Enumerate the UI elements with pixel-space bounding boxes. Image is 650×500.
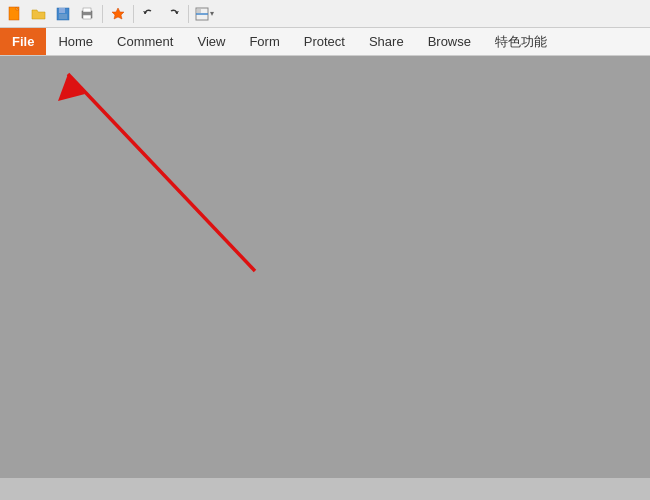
menu-item-protect[interactable]: Protect <box>292 28 357 55</box>
svg-line-12 <box>68 74 255 271</box>
svg-rect-7 <box>83 15 91 19</box>
save-icon[interactable] <box>52 3 74 25</box>
toolbar: ▾ <box>0 0 650 28</box>
menu-item-browse[interactable]: Browse <box>416 28 483 55</box>
menu-item-form[interactable]: Form <box>237 28 291 55</box>
menu-item-special[interactable]: 特色功能 <box>483 28 559 55</box>
scan-dropdown[interactable]: ▾ <box>193 3 215 25</box>
svg-marker-8 <box>112 8 124 19</box>
svg-rect-3 <box>59 8 65 13</box>
svg-rect-4 <box>59 14 67 19</box>
star-icon[interactable] <box>107 3 129 25</box>
redo-icon[interactable] <box>162 3 184 25</box>
annotation-arrow <box>0 56 650 478</box>
main-content <box>0 56 650 478</box>
menu-item-comment[interactable]: Comment <box>105 28 185 55</box>
separator-2 <box>133 5 134 23</box>
menu-item-file[interactable]: File <box>0 28 46 55</box>
print-icon[interactable] <box>76 3 98 25</box>
separator-1 <box>102 5 103 23</box>
separator-3 <box>188 5 189 23</box>
menu-item-view[interactable]: View <box>185 28 237 55</box>
undo-icon[interactable] <box>138 3 160 25</box>
svg-rect-6 <box>83 8 91 12</box>
scan-dropdown-arrow: ▾ <box>210 9 214 18</box>
new-icon[interactable] <box>4 3 26 25</box>
menu-item-home[interactable]: Home <box>46 28 105 55</box>
open-folder-icon[interactable] <box>28 3 50 25</box>
menu-item-share[interactable]: Share <box>357 28 416 55</box>
menu-bar: File Home Comment View Form Protect Shar… <box>0 28 650 56</box>
svg-rect-11 <box>197 9 201 13</box>
